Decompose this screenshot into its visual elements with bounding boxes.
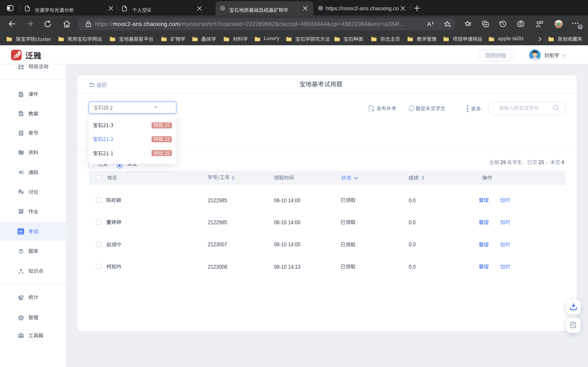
svg-text:100: 100: [18, 230, 23, 233]
svg-text:A: A: [427, 21, 431, 27]
svg-text:P: P: [20, 93, 22, 96]
